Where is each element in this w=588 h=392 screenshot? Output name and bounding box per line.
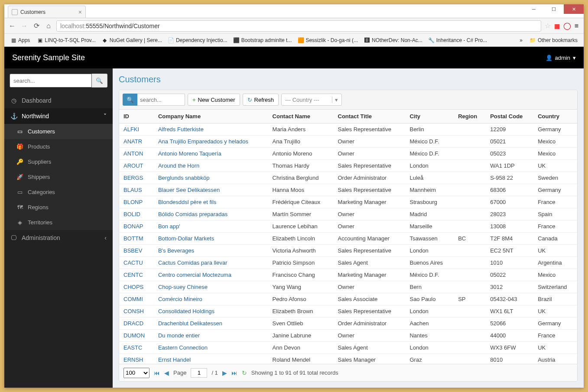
sidebar-search-button[interactable]: 🔍 bbox=[92, 74, 107, 87]
table-cell[interactable]: B's Beverages bbox=[154, 245, 268, 257]
table-row[interactable]: EASTCEastern ConnectionAnn DevonSales Ag… bbox=[119, 342, 577, 354]
table-cell[interactable]: ANATR bbox=[119, 136, 154, 148]
table-row[interactable]: BSBEVB's BeveragesVictoria AshworthSales… bbox=[119, 245, 577, 257]
refresh-button[interactable]: ↻ Refresh bbox=[243, 94, 279, 106]
table-row[interactable]: BONAPBon app'Laurence LebihanOwnerMarsei… bbox=[119, 220, 577, 233]
sidebar-item-suppliers[interactable]: 🔑Suppliers bbox=[4, 154, 113, 169]
adblock-icon[interactable]: ◯ bbox=[563, 22, 571, 30]
new-customer-button[interactable]: + New Customer bbox=[188, 94, 240, 106]
table-row[interactable]: CHOPSChop-suey ChineseYang WangOwnerBern… bbox=[119, 281, 577, 293]
grid-scroll[interactable]: IDCompany NameContact NameContact TitleC… bbox=[119, 110, 577, 364]
menu-icon[interactable]: ≡ bbox=[575, 22, 578, 30]
table-cell[interactable]: CHOPS bbox=[119, 281, 154, 293]
table-row[interactable]: COMMIComércio MineiroPedro AfonsoSales A… bbox=[119, 293, 577, 305]
back-button[interactable]: ← bbox=[8, 22, 16, 30]
table-cell[interactable]: BOLID bbox=[119, 208, 154, 220]
table-cell[interactable]: DRACD bbox=[119, 317, 154, 330]
bookmarks-overflow[interactable]: » bbox=[520, 37, 523, 43]
pager-last[interactable]: ⏭ bbox=[231, 369, 237, 376]
table-row[interactable]: CENTCCentro comercial MoctezumaFrancisco… bbox=[119, 269, 577, 281]
table-cell[interactable]: Around the Horn bbox=[154, 160, 268, 172]
column-header[interactable]: Country bbox=[533, 110, 577, 123]
table-cell[interactable]: BOTTM bbox=[119, 233, 154, 245]
window-minimize-button[interactable]: ─ bbox=[524, 4, 544, 14]
tab-close-icon[interactable]: × bbox=[78, 9, 82, 16]
table-row[interactable]: AROUTAround the HornThomas HardySales Re… bbox=[119, 160, 577, 172]
sidebar-item-customers[interactable]: ▭Customers bbox=[4, 124, 113, 139]
column-header[interactable]: ID bbox=[119, 110, 154, 123]
pager-page-input[interactable] bbox=[191, 368, 207, 378]
pager-first[interactable]: ⏮ bbox=[154, 369, 160, 376]
table-row[interactable]: BLAUSBlauer See DelikatessenHanna MoosSa… bbox=[119, 184, 577, 196]
table-cell[interactable]: Alfreds Futterkiste bbox=[154, 123, 268, 136]
column-header[interactable]: Contact Title bbox=[334, 110, 406, 123]
table-cell[interactable]: Blondesddsl père et fils bbox=[154, 196, 268, 208]
sidebar-section-administration[interactable]: 🖵 Administration ‹ bbox=[4, 230, 113, 246]
table-cell[interactable]: Centro comercial Moctezuma bbox=[154, 269, 268, 281]
pager-prev[interactable]: ◀ bbox=[164, 369, 169, 376]
table-cell[interactable]: Du monde entier bbox=[154, 330, 268, 342]
table-cell[interactable]: ERNSH bbox=[119, 354, 154, 364]
table-cell[interactable]: BLONP bbox=[119, 196, 154, 208]
pager-next[interactable]: ▶ bbox=[222, 369, 227, 376]
forward-button[interactable]: → bbox=[20, 22, 29, 30]
bookmark-item[interactable]: 🅱NOtherDev: Non-Ac... bbox=[361, 36, 425, 44]
table-cell[interactable]: Ernst Handel bbox=[154, 354, 268, 364]
window-close-button[interactable]: ✕ bbox=[564, 4, 584, 14]
table-cell[interactable]: CACTU bbox=[119, 257, 154, 269]
table-cell[interactable]: BSBEV bbox=[119, 245, 154, 257]
table-row[interactable]: DRACDDrachenblut DelikatessenSven Ottlie… bbox=[119, 317, 577, 330]
table-cell[interactable]: Eastern Connection bbox=[154, 342, 268, 354]
table-cell[interactable]: Comércio Mineiro bbox=[154, 293, 268, 305]
sidebar-item-products[interactable]: 🎁Products bbox=[4, 139, 113, 154]
sidebar-item-territories[interactable]: ◈Territories bbox=[4, 215, 113, 230]
apps-button[interactable]: ▦ Apps bbox=[8, 36, 32, 44]
user-menu[interactable]: 👤 admin ▾ bbox=[546, 55, 576, 61]
grid-search-input[interactable] bbox=[137, 94, 185, 106]
table-row[interactable]: CONSHConsolidated HoldingsElizabeth Brow… bbox=[119, 305, 577, 317]
table-cell[interactable]: Bottom-Dollar Markets bbox=[154, 233, 268, 245]
table-row[interactable]: ANTONAntonio Moreno TaqueríaAntonio More… bbox=[119, 148, 577, 160]
column-header[interactable]: Company Name bbox=[154, 110, 268, 123]
star-icon[interactable]: ☆ bbox=[545, 22, 551, 30]
grid-search-button[interactable]: 🔍 bbox=[123, 94, 137, 106]
table-cell[interactable]: BLAUS bbox=[119, 184, 154, 196]
table-row[interactable]: ERNSHErnst HandelRoland MendelSales Mana… bbox=[119, 354, 577, 364]
column-header[interactable]: Contact Name bbox=[268, 110, 334, 123]
table-cell[interactable]: CENTC bbox=[119, 269, 154, 281]
table-cell[interactable]: BONAP bbox=[119, 220, 154, 233]
home-button[interactable]: ⌂ bbox=[44, 22, 53, 30]
table-cell[interactable]: ANTON bbox=[119, 148, 154, 160]
bookmark-item[interactable]: 🔧Inheritance - C# Pro... bbox=[426, 36, 490, 44]
column-header[interactable]: Region bbox=[454, 110, 486, 123]
page-size-select[interactable]: 100 bbox=[123, 368, 149, 378]
browser-tab[interactable]: Customers × bbox=[8, 6, 86, 18]
table-row[interactable]: BOLIDBólido Comidas preparadasMartín Som… bbox=[119, 208, 577, 220]
pager-refresh[interactable]: ↻ bbox=[242, 369, 247, 376]
table-cell[interactable]: EASTC bbox=[119, 342, 154, 354]
table-cell[interactable]: Antonio Moreno Taquería bbox=[154, 148, 268, 160]
sidebar-item-regions[interactable]: 🗺Regions bbox=[4, 200, 113, 215]
address-bar[interactable]: localhost:55555/Northwind/Customer bbox=[56, 20, 541, 32]
bookmark-item[interactable]: 📄Dependency Injectio... bbox=[166, 36, 230, 44]
sidebar-item-dashboard[interactable]: ◷ Dashboard bbox=[4, 93, 113, 108]
table-cell[interactable]: Cactus Comidas para llevar bbox=[154, 257, 268, 269]
table-row[interactable]: CACTUCactus Comidas para llevarPatricio … bbox=[119, 257, 577, 269]
sidebar-item-categories[interactable]: ▭Categories bbox=[4, 185, 113, 200]
column-header[interactable]: City bbox=[405, 110, 454, 123]
sidebar-section-northwind[interactable]: ⚓ Northwind ˅ bbox=[4, 108, 113, 124]
table-cell[interactable]: COMMI bbox=[119, 293, 154, 305]
sidebar-search-input[interactable] bbox=[10, 74, 92, 87]
table-cell[interactable]: Drachenblut Delikatessen bbox=[154, 317, 268, 330]
table-cell[interactable]: Bólido Comidas preparadas bbox=[154, 208, 268, 220]
table-row[interactable]: DUMONDu monde entierJanine LabruneOwnerN… bbox=[119, 330, 577, 342]
table-cell[interactable]: Consolidated Holdings bbox=[154, 305, 268, 317]
table-cell[interactable]: Ana Trujillo Emparedados y helados bbox=[154, 136, 268, 148]
table-row[interactable]: BLONPBlondesddsl père et filsFrédérique … bbox=[119, 196, 577, 208]
bookmark-item[interactable]: ◆NuGet Gallery | Sere... bbox=[99, 36, 165, 44]
extension-icon[interactable]: ▦ bbox=[554, 23, 560, 29]
table-cell[interactable]: DUMON bbox=[119, 330, 154, 342]
table-cell[interactable]: AROUT bbox=[119, 160, 154, 172]
table-cell[interactable]: Blauer See Delikatessen bbox=[154, 184, 268, 196]
table-cell[interactable]: Chop-suey Chinese bbox=[154, 281, 268, 293]
